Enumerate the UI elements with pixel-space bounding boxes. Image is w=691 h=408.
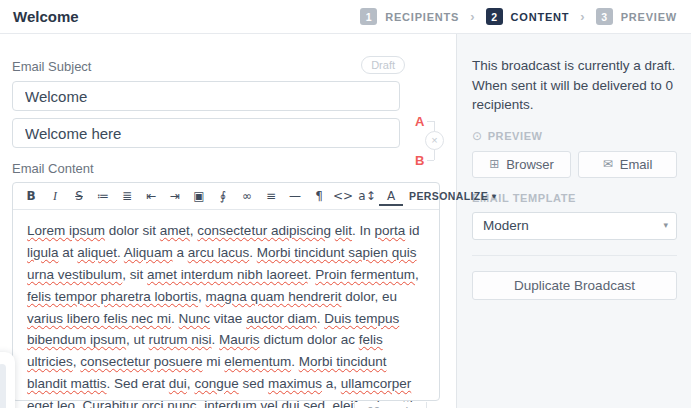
body-text: , ut bbox=[126, 332, 149, 347]
misspelled-word: rutrum nisi bbox=[149, 332, 212, 347]
wizard-step-preview[interactable]: 3PREVIEW bbox=[596, 8, 677, 25]
step-separator-icon: › bbox=[580, 9, 584, 24]
email-template-label: EMAIL TEMPLATE bbox=[472, 192, 677, 204]
wizard-stepper: 1RECIPIENTS›2CONTENT›3PREVIEW bbox=[360, 8, 677, 25]
body-text: sed, bbox=[299, 398, 332, 408]
body-text: vitae bbox=[210, 311, 246, 326]
misspelled-word: maximus bbox=[268, 376, 322, 391]
remove-ab-test-button[interactable]: × bbox=[425, 131, 444, 150]
body-text: , sit bbox=[122, 267, 147, 282]
broadcast-editor-app: Welcome 1RECIPIENTS›2CONTENT›3PREVIEW Em… bbox=[0, 0, 691, 408]
text-color-icon[interactable]: A bbox=[379, 188, 403, 206]
misspelled-word: felis tempor pharetra lobortis bbox=[27, 289, 198, 304]
email-subject-label: Email Subject bbox=[12, 59, 91, 74]
flyout-panel-remnant bbox=[0, 352, 15, 408]
misspelled-word: magna quam hendrerit bbox=[206, 289, 342, 304]
unordered-list-icon[interactable]: ≔ bbox=[91, 185, 115, 207]
attachment-icon[interactable]: ∮ bbox=[211, 185, 235, 207]
misspelled-word: vel bbox=[260, 398, 277, 408]
body-text: dictum dolor ac bbox=[260, 332, 359, 347]
step-number-badge: 2 bbox=[486, 8, 503, 25]
rich-text-editor: BIS≔≣⇤⇥▣∮∞≡—¶<>a↕APERSONALIZE▾ Lorem ips… bbox=[12, 182, 440, 401]
step-label: CONTENT bbox=[511, 11, 570, 23]
preview-email-button[interactable]: ✉ Email bbox=[578, 151, 677, 178]
image-icon[interactable]: ▣ bbox=[187, 185, 211, 207]
ab-bracket-stub-bottom bbox=[427, 160, 434, 161]
browser-window-icon: ⊞ bbox=[489, 157, 499, 171]
indent-icon[interactable]: ⇥ bbox=[163, 185, 187, 207]
line-height-icon[interactable]: a↕ bbox=[355, 185, 379, 207]
body-text: leo. bbox=[53, 398, 82, 408]
body-text: . bbox=[171, 311, 179, 326]
step-label: RECIPIENTS bbox=[385, 11, 459, 23]
variant-a-mark: A bbox=[415, 114, 424, 129]
misspelled-word: consectetur adipiscing bbox=[197, 223, 331, 238]
italic-icon[interactable]: I bbox=[43, 185, 67, 207]
wizard-step-recipients[interactable]: 1RECIPIENTS bbox=[360, 8, 459, 25]
misspelled-word: varius libero felis nec mi bbox=[27, 311, 171, 326]
preview-browser-button[interactable]: ⊞ Browser bbox=[472, 151, 571, 178]
body-text: , bbox=[415, 267, 419, 282]
draft-status-text: This broadcast is currently a draft. Whe… bbox=[472, 56, 677, 115]
align-icon[interactable]: ≡ bbox=[259, 185, 283, 207]
body-text: a, bbox=[322, 376, 341, 391]
strikethrough-icon[interactable]: S bbox=[67, 185, 91, 207]
outdent-icon[interactable]: ⇤ bbox=[139, 185, 163, 207]
sidebar-divider bbox=[472, 255, 677, 256]
horizontal-rule-icon[interactable]: — bbox=[283, 185, 307, 207]
misspelled-word: Aliquam bbox=[124, 245, 173, 260]
body-text: a bbox=[173, 245, 188, 260]
ordered-list-icon[interactable]: ≣ bbox=[115, 185, 139, 207]
body-text: , bbox=[197, 398, 205, 408]
link-icon[interactable]: ∞ bbox=[235, 185, 259, 207]
chevron-down-icon: ▾ bbox=[492, 192, 496, 201]
misspelled-word: dui bbox=[281, 398, 299, 408]
body-text: . bbox=[117, 245, 124, 260]
editor-content-area[interactable]: Lorem ipsum dolor sit amet, consectetur … bbox=[13, 210, 439, 408]
step-separator-icon: › bbox=[470, 9, 474, 24]
misspelled-word: porta bbox=[374, 223, 405, 238]
body-text: . bbox=[212, 332, 220, 347]
broadcast-sidebar: This broadcast is currently a draft. Whe… bbox=[456, 34, 691, 408]
misspelled-word: Mauris bbox=[219, 332, 260, 347]
preview-section-label: ⊙ PREVIEW bbox=[472, 129, 677, 143]
preview-label-text: PREVIEW bbox=[488, 130, 543, 142]
misspelled-word: consectetur posuere bbox=[80, 354, 202, 369]
top-bar: Welcome 1RECIPIENTS›2CONTENT›3PREVIEW bbox=[0, 0, 691, 34]
body-text: at bbox=[59, 245, 78, 260]
misspelled-word: interdum bbox=[204, 398, 257, 408]
body-text: . Sed erat bbox=[107, 376, 169, 391]
ab-bracket-stub-top bbox=[427, 121, 434, 122]
personalize-dropdown[interactable]: PERSONALIZE▾ bbox=[409, 190, 497, 202]
email-template-select[interactable]: Modern bbox=[472, 212, 677, 240]
misspelled-word: Nunc bbox=[179, 311, 211, 326]
body-text: dolor sit bbox=[105, 223, 160, 238]
misspelled-word: elementum bbox=[224, 354, 291, 369]
duplicate-broadcast-button[interactable]: Duplicate Broadcast bbox=[472, 271, 677, 300]
page-title: Welcome bbox=[13, 8, 79, 25]
bold-icon[interactable]: B bbox=[19, 185, 43, 207]
misspelled-word: elit bbox=[335, 223, 352, 238]
eye-icon: ⊙ bbox=[472, 129, 483, 143]
misspelled-word: ligula bbox=[27, 245, 59, 260]
body-text: . bbox=[291, 354, 299, 369]
body-text: mi bbox=[203, 354, 225, 369]
misspelled-word: dui bbox=[169, 376, 187, 391]
body-text: . In bbox=[352, 223, 375, 238]
code-icon[interactable]: <> bbox=[331, 185, 355, 207]
draft-status-badge: Draft bbox=[361, 56, 405, 74]
body-text: , bbox=[198, 289, 206, 304]
misspelled-word: Curabitur orci nunc bbox=[83, 398, 197, 408]
wizard-step-content[interactable]: 2CONTENT bbox=[486, 8, 570, 25]
email-button-label: Email bbox=[620, 157, 653, 172]
ab-test-group: A B × bbox=[404, 104, 452, 184]
misspelled-word: aliquet bbox=[77, 245, 117, 260]
body-text: id bbox=[405, 223, 419, 238]
email-content-label: Email Content bbox=[12, 161, 444, 176]
step-number-badge: 1 bbox=[360, 8, 377, 25]
subject-variant-a-input[interactable] bbox=[12, 81, 400, 111]
subject-variant-b-input[interactable] bbox=[12, 118, 400, 148]
variant-b-mark: B bbox=[415, 153, 424, 168]
paragraph-icon[interactable]: ¶ bbox=[307, 185, 331, 207]
misspelled-word: amet bbox=[160, 223, 190, 238]
